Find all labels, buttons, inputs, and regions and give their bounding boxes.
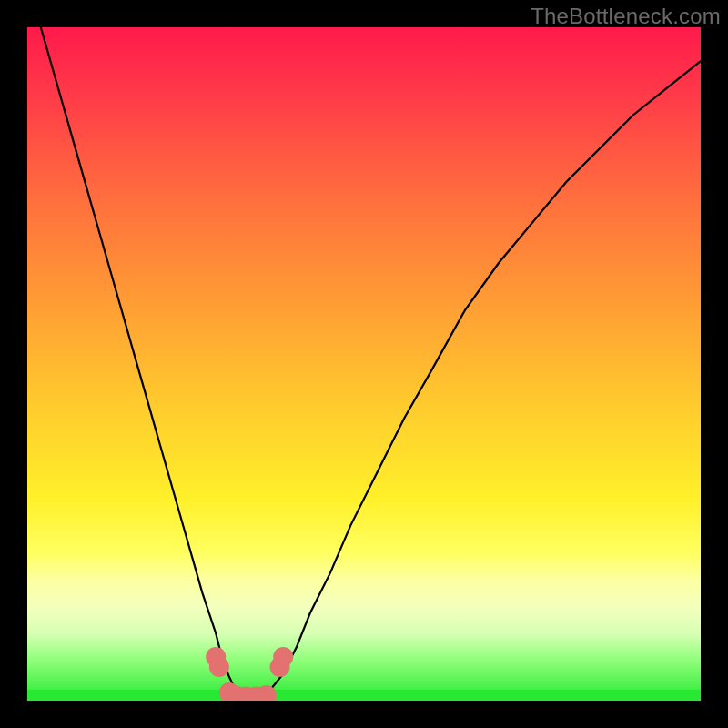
watermark-text: TheBottleneck.com: [531, 4, 721, 29]
outer-frame: TheBottleneck.com: [0, 0, 728, 728]
gradient-background: [27, 27, 701, 701]
optimal-marker: [273, 647, 293, 667]
bottleneck-chart: [27, 27, 701, 701]
optimal-green-band: [27, 690, 701, 701]
optimal-marker: [209, 657, 229, 677]
